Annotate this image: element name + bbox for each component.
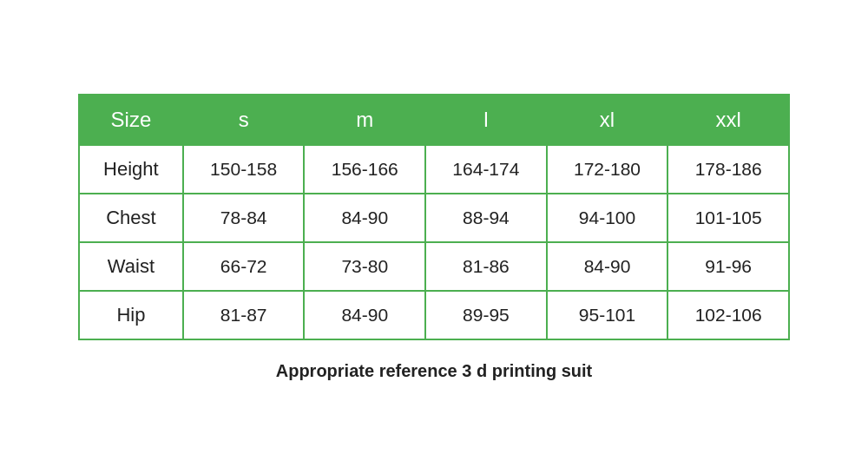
header-s: s [183, 95, 305, 145]
size-chart-table: Size s m l xl xxl Height150-158156-16616… [78, 94, 790, 340]
row-2-col-s: 66-72 [183, 242, 305, 291]
row-1-col-s: 78-84 [183, 194, 305, 242]
row-2-col-m: 73-80 [304, 242, 425, 291]
row-1-col-m: 84-90 [304, 194, 425, 242]
row-1-col-l: 88-94 [425, 194, 547, 242]
table-row: Hip81-8784-9089-9595-101102-106 [79, 291, 789, 339]
row-0-col-s: 150-158 [183, 145, 305, 194]
row-2-col-l: 81-86 [425, 242, 547, 291]
row-3-col-xxl: 102-106 [667, 291, 789, 339]
main-container: Size s m l xl xxl Height150-158156-16616… [78, 94, 790, 381]
row-2-col-xxl: 91-96 [667, 242, 789, 291]
footnote-text: Appropriate reference 3 d printing suit [276, 361, 593, 381]
table-row: Height150-158156-166164-174172-180178-18… [79, 145, 789, 194]
header-xl: xl [547, 95, 668, 145]
table-row: Waist66-7273-8081-8684-9091-96 [79, 242, 789, 291]
header-m: m [304, 95, 425, 145]
header-xxl: xxl [667, 95, 789, 145]
header-size: Size [79, 95, 183, 145]
row-2-col-xl: 84-90 [547, 242, 668, 291]
table-row: Chest78-8484-9088-9494-100101-105 [79, 194, 789, 242]
row-0-label: Height [79, 145, 183, 194]
row-3-col-xl: 95-101 [547, 291, 668, 339]
header-l: l [425, 95, 547, 145]
row-1-label: Chest [79, 194, 183, 242]
row-3-col-m: 84-90 [304, 291, 425, 339]
row-0-col-l: 164-174 [425, 145, 547, 194]
row-3-label: Hip [79, 291, 183, 339]
row-0-col-m: 156-166 [304, 145, 425, 194]
row-0-col-xl: 172-180 [547, 145, 668, 194]
row-0-col-xxl: 178-186 [667, 145, 789, 194]
row-1-col-xl: 94-100 [547, 194, 668, 242]
row-3-col-s: 81-87 [183, 291, 305, 339]
row-1-col-xxl: 101-105 [667, 194, 789, 242]
row-2-label: Waist [79, 242, 183, 291]
table-header-row: Size s m l xl xxl [79, 95, 789, 145]
row-3-col-l: 89-95 [425, 291, 547, 339]
